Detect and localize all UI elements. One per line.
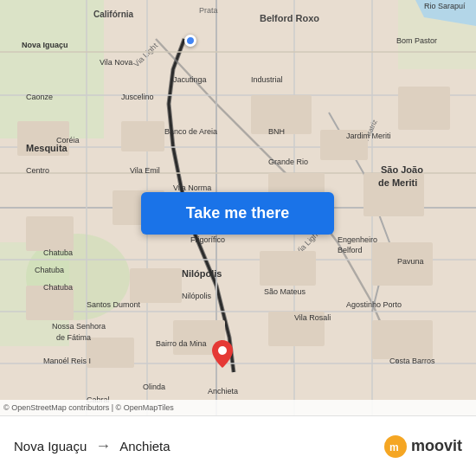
svg-text:m: m bbox=[389, 441, 399, 453]
svg-text:Vila Rosali: Vila Rosali bbox=[294, 313, 331, 322]
moovit-icon: m bbox=[383, 434, 408, 459]
moovit-logo: m moovit bbox=[383, 434, 462, 459]
svg-text:Caonze: Caonze bbox=[26, 93, 53, 101]
svg-text:Coréia: Coréia bbox=[56, 136, 80, 145]
bottom-bar: Nova Iguaçu → Anchieta m moovit bbox=[0, 415, 476, 476]
map-attribution: © OpenStreetMap contributors | © OpenMap… bbox=[0, 400, 476, 415]
svg-text:de Fátima: de Fátima bbox=[56, 333, 91, 342]
svg-text:Olinda: Olinda bbox=[143, 383, 165, 391]
map-container[interactable]: Via Light Via Light Rua da Matriz bbox=[0, 0, 476, 415]
svg-text:Engenheiro: Engenheiro bbox=[338, 235, 377, 244]
svg-rect-32 bbox=[260, 251, 316, 286]
svg-text:Bom Pastor: Bom Pastor bbox=[396, 36, 437, 45]
svg-text:Nossa Senhora: Nossa Senhora bbox=[52, 322, 106, 331]
attribution-text: © OpenStreetMap contributors | © OpenMap… bbox=[3, 403, 174, 412]
svg-text:Califórnia: Califórnia bbox=[93, 10, 134, 19]
svg-text:Centro: Centro bbox=[26, 166, 49, 175]
svg-text:Frigorífico: Frigorífico bbox=[190, 235, 225, 244]
route-from: Nova Iguaçu bbox=[14, 439, 87, 453]
route-to: Anchieta bbox=[119, 439, 170, 453]
svg-text:BNH: BNH bbox=[268, 127, 285, 136]
svg-text:Nilópolis: Nilópolis bbox=[182, 292, 212, 300]
moovit-brand-text: moovit bbox=[411, 437, 462, 455]
svg-text:Costa Barros: Costa Barros bbox=[389, 357, 435, 365]
route-arrow-icon: → bbox=[95, 437, 111, 455]
svg-text:Chatuba: Chatuba bbox=[43, 283, 73, 292]
svg-text:Chatuba: Chatuba bbox=[43, 248, 73, 257]
svg-point-81 bbox=[218, 346, 227, 355]
svg-rect-1 bbox=[0, 0, 104, 138]
svg-text:São Mateus: São Mateus bbox=[264, 287, 306, 296]
svg-text:Vila Emil: Vila Emil bbox=[130, 166, 160, 175]
svg-text:Nilópolis: Nilópolis bbox=[182, 268, 222, 279]
svg-text:Jardim Meriti: Jardim Meriti bbox=[346, 132, 391, 140]
svg-text:Jacutinga: Jacutinga bbox=[173, 75, 207, 84]
svg-text:Banco de Areia: Banco de Areia bbox=[164, 127, 217, 136]
take-me-there-button[interactable]: Take me there bbox=[141, 192, 334, 235]
svg-rect-31 bbox=[130, 268, 182, 303]
svg-text:Vila Nova: Vila Nova bbox=[100, 58, 132, 67]
svg-rect-26 bbox=[26, 216, 74, 251]
svg-text:Prata: Prata bbox=[199, 6, 218, 15]
svg-text:Vila Norma: Vila Norma bbox=[173, 183, 211, 192]
svg-text:Manoél Reis I: Manoél Reis I bbox=[43, 357, 91, 365]
svg-text:Nova Iguaçu: Nova Iguaçu bbox=[22, 41, 68, 49]
svg-text:Chatuba: Chatuba bbox=[35, 266, 64, 274]
svg-rect-36 bbox=[87, 338, 134, 368]
svg-rect-37 bbox=[372, 320, 433, 359]
svg-text:Bairro da Mina: Bairro da Mina bbox=[156, 339, 207, 348]
origin-marker bbox=[184, 35, 196, 47]
svg-text:Pavuna: Pavuna bbox=[397, 257, 424, 266]
svg-text:Anchieta: Anchieta bbox=[208, 387, 238, 396]
svg-text:Grande Rio: Grande Rio bbox=[268, 158, 308, 166]
svg-text:Belford Roxo: Belford Roxo bbox=[260, 13, 319, 23]
svg-text:Agostinho Porto: Agostinho Porto bbox=[346, 300, 402, 309]
svg-text:Belford: Belford bbox=[338, 246, 363, 254]
svg-text:Rio Sarapuí: Rio Sarapuí bbox=[424, 2, 466, 10]
destination-marker bbox=[212, 340, 233, 368]
svg-text:Santos Dumont: Santos Dumont bbox=[87, 300, 141, 309]
svg-text:Industrial: Industrial bbox=[251, 75, 283, 84]
svg-rect-25 bbox=[398, 87, 450, 130]
svg-text:São João: São João bbox=[381, 164, 423, 175]
svg-rect-22 bbox=[121, 121, 164, 151]
svg-text:de Meriti: de Meriti bbox=[378, 177, 417, 188]
svg-text:Juscelino: Juscelino bbox=[121, 93, 154, 101]
